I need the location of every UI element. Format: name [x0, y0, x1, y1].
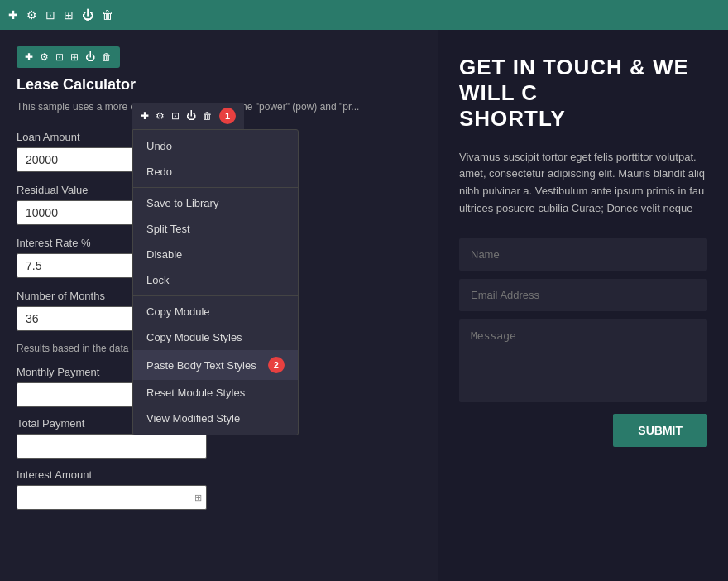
context-menu-container: ✚ ⚙ ⊡ ⏻ 🗑 1 Undo Redo Save to Library: [132, 103, 299, 435]
context-plus-icon[interactable]: ✚: [141, 110, 149, 122]
contact-title-line1: GET IN TOUCH & WE WILL C: [459, 55, 689, 105]
interest-amount-group: Interest Amount ⊞: [17, 468, 422, 510]
contact-name-input[interactable]: [459, 238, 707, 271]
menu-item-split-test[interactable]: Split Test: [133, 216, 298, 242]
contact-title: GET IN TOUCH & WE WILL C SHORTLY: [459, 55, 707, 132]
lease-calculator-title: Lease Calculator: [17, 76, 422, 94]
lock-label: Lock: [146, 274, 169, 286]
module-toolbar: ✚ ⚙ ⊡ ⊞ ⏻ 🗑: [17, 46, 120, 68]
disable-label: Disable: [146, 248, 182, 261]
context-power-icon[interactable]: ⏻: [186, 110, 196, 122]
number-of-months-input[interactable]: [17, 306, 149, 331]
loan-amount-input[interactable]: [17, 147, 149, 172]
interest-rate-input[interactable]: [17, 253, 149, 278]
top-toolbar-plus-icon[interactable]: ✚: [8, 8, 18, 22]
context-copy-icon[interactable]: ⊡: [171, 110, 180, 122]
menu-item-redo[interactable]: Redo: [133, 159, 298, 185]
menu-item-copy-module-styles[interactable]: Copy Module Styles: [133, 324, 298, 350]
copy-module-label: Copy Module: [146, 305, 210, 318]
divider-1: [133, 187, 298, 188]
redo-label: Redo: [146, 166, 172, 178]
contact-title-line2: SHORTLY: [459, 106, 566, 131]
split-test-label: Split Test: [146, 223, 190, 235]
module-trash-icon[interactable]: 🗑: [102, 51, 112, 63]
context-gear-icon[interactable]: ⚙: [156, 110, 165, 122]
divider-2: [133, 295, 298, 296]
module-gear-icon[interactable]: ⚙: [40, 51, 49, 63]
copy-module-styles-label: Copy Module Styles: [146, 331, 242, 343]
menu-item-undo[interactable]: Undo: [133, 133, 298, 159]
left-panel: ✚ ⚙ ⊡ ⊞ ⏻ 🗑 Lease Calculator This sample…: [0, 30, 438, 581]
right-panel: GET IN TOUCH & WE WILL C SHORTLY Vivamus…: [438, 30, 728, 581]
menu-item-lock[interactable]: Lock: [133, 267, 298, 293]
view-modified-style-label: View Modified Style: [146, 412, 240, 425]
save-to-library-label: Save to Library: [146, 197, 218, 209]
context-trash-icon[interactable]: 🗑: [203, 110, 213, 122]
paste-body-text-styles-label: Paste Body Text Styles: [146, 359, 256, 372]
menu-item-copy-module[interactable]: Copy Module: [133, 299, 298, 324]
menu-item-view-modified-style[interactable]: View Modified Style: [133, 406, 298, 431]
top-toolbar-grid-icon[interactable]: ⊞: [64, 8, 74, 22]
top-toolbar-power-icon[interactable]: ⏻: [82, 8, 93, 22]
context-badge-1: 1: [219, 108, 236, 124]
reset-module-styles-label: Reset Module Styles: [146, 387, 245, 399]
module-plus-icon[interactable]: ✚: [25, 51, 33, 63]
context-badge-2: 2: [268, 357, 285, 373]
top-toolbar: ✚ ⚙ ⊡ ⊞ ⏻ 🗑: [0, 0, 728, 30]
top-toolbar-gear-icon[interactable]: ⚙: [26, 8, 37, 22]
menu-item-paste-body-text-styles[interactable]: Paste Body Text Styles 2: [133, 350, 298, 380]
interest-amount-label: Interest Amount: [17, 468, 422, 481]
total-payment-input[interactable]: [17, 434, 207, 459]
interest-amount-input[interactable]: [17, 485, 207, 510]
contact-email-input[interactable]: [459, 279, 707, 311]
context-menu: Undo Redo Save to Library Split Test Dis…: [132, 129, 299, 435]
main-area: ✚ ⚙ ⊡ ⊞ ⏻ 🗑 Lease Calculator This sample…: [0, 30, 728, 581]
menu-item-save-to-library[interactable]: Save to Library: [133, 190, 298, 216]
top-toolbar-trash-icon[interactable]: 🗑: [102, 8, 113, 22]
menu-item-reset-module-styles[interactable]: Reset Module Styles: [133, 380, 298, 406]
residual-value-input[interactable]: [17, 200, 149, 225]
undo-label: Undo: [146, 140, 172, 152]
module-power-icon[interactable]: ⏻: [85, 51, 95, 63]
contact-message-input[interactable]: [459, 319, 707, 402]
module-copy-icon[interactable]: ⊡: [55, 51, 64, 63]
module-grid-icon[interactable]: ⊞: [70, 51, 79, 63]
context-toolbar: ✚ ⚙ ⊡ ⏻ 🗑 1: [132, 103, 244, 129]
top-toolbar-copy-icon[interactable]: ⊡: [46, 8, 55, 22]
interest-amount-icon: ⊞: [194, 492, 202, 502]
contact-description: Vivamus suscipit tortor eget felis portt…: [459, 149, 707, 218]
submit-button[interactable]: SUBMIT: [613, 414, 707, 447]
menu-item-disable[interactable]: Disable: [133, 242, 298, 267]
